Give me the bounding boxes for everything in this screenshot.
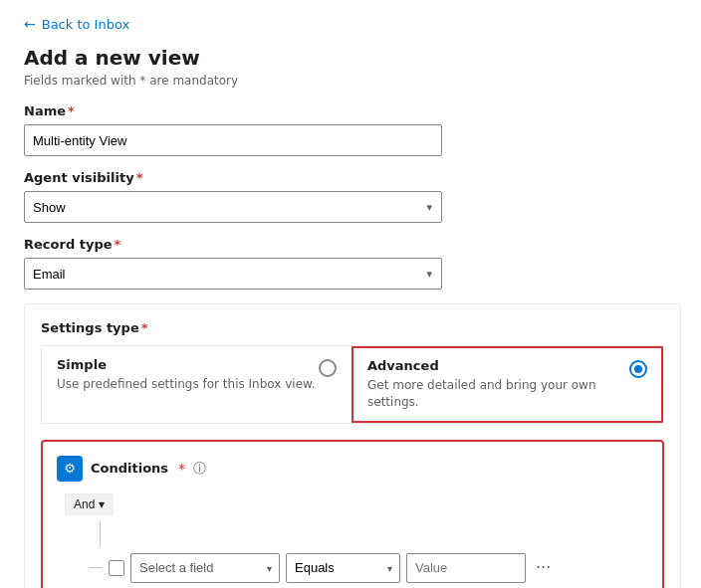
vertical-connector-line [100, 521, 101, 547]
field-select-wrapper: Select a field ▾ [130, 553, 280, 583]
agent-visibility-select-wrapper: Show Hide ▾ [24, 191, 442, 223]
back-to-inbox-link[interactable]: ← Back to Inbox [24, 16, 677, 32]
advanced-option-title: Advanced [367, 358, 629, 373]
conditions-title: Conditions [91, 461, 168, 476]
mandatory-note: Fields marked with * are mandatory [24, 74, 677, 88]
record-type-select[interactable]: Email Chat [24, 258, 442, 290]
simple-option-content: Simple Use predefined settings for this … [57, 357, 316, 393]
back-link-label: Back to Inbox [42, 17, 129, 32]
page-title: Add a new view [24, 46, 677, 70]
simple-radio[interactable] [319, 359, 337, 377]
settings-options: Simple Use predefined settings for this … [41, 345, 664, 424]
condition-more-options-button[interactable]: ··· [532, 556, 555, 579]
name-field-group: Name* [24, 103, 677, 170]
agent-visibility-field-group: Agent visibility* Show Hide ▾ [24, 170, 677, 223]
equals-select[interactable]: Equals Not Equals Contains [286, 553, 400, 583]
agent-visibility-select[interactable]: Show Hide [24, 191, 442, 223]
condition-row: Select a field ▾ Equals Not Equals Conta… [89, 553, 648, 583]
record-type-required-star: * [115, 237, 121, 252]
settings-card: Settings type* Simple Use predefined set… [24, 303, 681, 588]
advanced-option-desc: Get more detailed and bring your own set… [367, 377, 629, 411]
conditions-header: ⚙ Conditions * ⓘ [57, 456, 648, 482]
field-select[interactable]: Select a field [130, 553, 280, 583]
name-label: Name* [24, 103, 677, 118]
conditions-icon: ⚙ [57, 456, 83, 482]
and-chevron-icon: ▾ [99, 497, 105, 511]
agent-visibility-label: Agent visibility* [24, 170, 677, 185]
name-required-star: * [68, 103, 75, 118]
value-input[interactable] [406, 553, 526, 583]
and-button[interactable]: And ▾ [65, 493, 114, 515]
conditions-required-star: * [178, 461, 185, 477]
conditions-body: And ▾ Select a field ▾ [65, 493, 648, 588]
record-type-select-wrapper: Email Chat ▾ [24, 258, 442, 290]
name-input[interactable] [24, 124, 442, 156]
simple-option-title: Simple [57, 357, 316, 372]
advanced-radio[interactable] [629, 360, 647, 378]
settings-type-label: Settings type* [41, 320, 664, 335]
horizontal-connector-line [89, 567, 103, 568]
simple-option[interactable]: Simple Use predefined settings for this … [42, 346, 351, 423]
agent-visibility-required-star: * [136, 170, 143, 185]
info-icon[interactable]: ⓘ [193, 460, 206, 478]
condition-checkbox[interactable] [109, 560, 124, 576]
equals-select-wrapper: Equals Not Equals Contains ▾ [286, 553, 400, 583]
advanced-option[interactable]: Advanced Get more detailed and bring you… [351, 346, 663, 423]
simple-option-desc: Use predefined settings for this Inbox v… [57, 376, 316, 393]
back-arrow-icon: ← [24, 16, 36, 32]
settings-type-required-star: * [141, 320, 148, 335]
record-type-label: Record type* [24, 237, 677, 252]
and-label: And [74, 497, 95, 511]
record-type-field-group: Record type* Email Chat ▾ [24, 237, 677, 290]
conditions-section: ⚙ Conditions * ⓘ And ▾ [41, 440, 664, 588]
advanced-option-content: Advanced Get more detailed and bring you… [367, 358, 629, 411]
